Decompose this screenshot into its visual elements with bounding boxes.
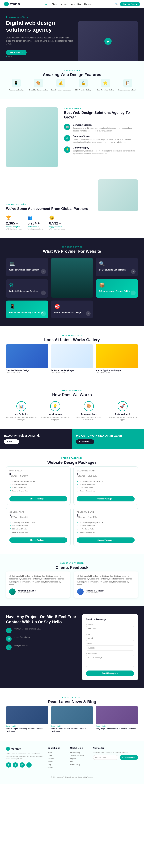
footer-logo: Ventam [6, 747, 43, 751]
form-label-name: Full Name [86, 624, 134, 625]
stat-item-0: 🏆 2,365 + Projects Complete With Happine… [6, 215, 22, 230]
signup-button[interactable]: Sign Up Free ▶ [120, 2, 140, 6]
service-arrow-5[interactable]: → [86, 311, 91, 316]
author-info-1: Richard & Ellington Senior Consultant [85, 590, 104, 594]
nav-projects[interactable]: Projects [60, 3, 67, 5]
useful-link-0[interactable]: Privacy Policy [70, 751, 89, 754]
quick-link-1[interactable]: About [47, 754, 66, 757]
blog-date-0: January 19, 202 [6, 725, 48, 727]
quick-links-title: Quick Links [47, 747, 66, 749]
cta-banner-1-button[interactable]: Hire Us → [4, 439, 19, 444]
nav-links: Home About Projects Page Blog Contact [44, 3, 91, 5]
nav-page[interactable]: Page [70, 3, 75, 5]
nav-blog[interactable]: Blog [77, 3, 81, 5]
process-name-0: Info Gathering [14, 413, 28, 415]
service-arrow-1[interactable]: → [131, 269, 136, 274]
process-desc-2: We analyse and create best design soluti… [73, 416, 104, 421]
process-name-3: Testing & Lunch [115, 413, 131, 415]
form-label-website: Website [86, 643, 134, 645]
linkedin-icon[interactable]: li [26, 762, 32, 768]
features-label: Our Services [6, 69, 138, 71]
newsletter-input[interactable] [93, 755, 118, 760]
stat-desc-0: With Happiness Index [6, 228, 22, 230]
useful-link-3[interactable]: FAQ [70, 760, 89, 763]
newsletter-button[interactable]: Subscribe Now → [119, 755, 138, 760]
about-icon-2: 💡 [64, 147, 70, 153]
contact-info-text-0: 902 Main address, 2nd floor, USA [13, 628, 41, 630]
nav-about[interactable]: About [52, 3, 57, 5]
about-item-title-2: Our Philosophy [73, 147, 138, 149]
form-input-email[interactable] [86, 636, 134, 641]
blog-card-1[interactable]: January 19, 202 How To Create Modern Web… [51, 706, 93, 733]
blog-card-2[interactable]: January 19, 202 Easy Ways To Incorporate… [96, 706, 138, 733]
form-field-email: Email [86, 633, 134, 641]
service-arrow-4[interactable]: → [41, 311, 46, 316]
feature-icon-0: 📱 [12, 79, 21, 88]
service-arrow-3[interactable]: → [131, 290, 136, 295]
about-image-inner [6, 107, 58, 167]
hero-cta-button[interactable]: Get Started → [6, 50, 27, 55]
quick-link-4[interactable]: Blog [47, 763, 66, 766]
package-feature-1-3: Creative Support Help [77, 489, 135, 493]
quick-link-2[interactable]: Services [47, 757, 66, 760]
hero-label: Best Agency In World [6, 16, 74, 18]
form-input-website[interactable] [86, 645, 134, 651]
gallery-img-0 [6, 344, 48, 368]
gallery-item-2[interactable]: Mobile Application Design Design Respons… [96, 344, 138, 373]
instagram-icon[interactable]: in [20, 762, 25, 768]
process-icon-0: 📊 [16, 401, 26, 411]
form-input-name[interactable] [86, 626, 134, 631]
achievement-image [98, 179, 138, 211]
useful-link-1[interactable]: Terms & Conditions [70, 754, 89, 757]
hero-title: Digital web design solutions agency [6, 20, 74, 33]
quick-link-0[interactable]: Home [47, 751, 66, 754]
about-item-title-1: Company Vision [73, 135, 138, 137]
author-avatar-0 [9, 588, 15, 595]
hero-dot-1 [6, 56, 7, 57]
package-btn-3[interactable]: Choose Package → [77, 537, 135, 542]
hero-dot-3 [11, 56, 12, 57]
gallery-item-0[interactable]: Creative Website Design Design Responsiv… [6, 344, 48, 373]
package-features-0: 5 Landing Page design UI & UX 5 Social M… [9, 480, 67, 493]
package-btn-1[interactable]: Choose Package → [77, 496, 135, 501]
footer-logo-text: Ventam [11, 747, 21, 750]
feature-icon-3: 🔒 [79, 79, 87, 88]
contact-form: Send Us Message Full Name Email Website … [82, 614, 138, 680]
gallery-item-1[interactable]: Software Landing Pages Design Responsive [51, 344, 93, 373]
stat-number-0: 2,365 + [6, 221, 22, 225]
packages-label: Pricing Packages [6, 457, 138, 459]
about-icon-0: 🏢 [64, 124, 70, 130]
package-feature-1-1: 10 Social Media Posts [77, 483, 135, 486]
gallery-title-0: Creative Website Design [6, 369, 48, 372]
stats-row: 🏆 2,365 + Projects Complete With Happine… [6, 215, 138, 230]
features-title: Amazing Web Design Features [6, 72, 138, 77]
form-field-message: Write Message [86, 652, 134, 668]
twitter-icon[interactable]: t [13, 762, 18, 768]
service-arrow-2[interactable]: → [41, 290, 46, 295]
quick-link-5[interactable]: Contact [47, 766, 66, 769]
cta-banner-2-button[interactable]: Contact Us → [76, 439, 94, 444]
nav-contact[interactable]: Contact [84, 3, 91, 5]
service-name-0: Website Creation From Scratch [9, 269, 45, 271]
form-textarea-message[interactable] [86, 655, 134, 667]
package-btn-2[interactable]: Choose Package → [9, 537, 67, 542]
nav-home[interactable]: Home [44, 3, 49, 5]
service-arrow-0[interactable]: → [41, 269, 46, 274]
search-icon[interactable]: 🔍 [115, 3, 118, 5]
blog-card-0[interactable]: January 19, 202 How To Digital Marketing… [6, 706, 48, 733]
footer-logo-dot [6, 747, 10, 751]
package-btn-0[interactable]: Choose Package → [9, 496, 67, 501]
package-feature-2-1: 20 Social Media Posts [9, 524, 67, 527]
useful-link-4[interactable]: Refund Policy [70, 763, 89, 766]
process-desc-1: We plan the best ideas and strategies fo… [40, 416, 71, 421]
hero-play-button[interactable]: ▶ [104, 38, 112, 45]
hero-content: Best Agency In World Digital web design … [6, 16, 74, 61]
gallery-title-2: Mobile Application Design [96, 369, 138, 372]
testimonial-card-1: All their remarkably skilled the BIG tea… [74, 571, 138, 598]
features-section: Our Services Amazing Web Design Features… [0, 61, 144, 99]
send-message-button[interactable]: Send Message → [86, 671, 134, 676]
quick-link-3[interactable]: Projects [47, 760, 66, 763]
package-feature-1-2: 5 Pro Social Media [77, 486, 135, 489]
useful-link-2[interactable]: Support [70, 757, 89, 760]
facebook-icon[interactable]: f [6, 762, 11, 768]
